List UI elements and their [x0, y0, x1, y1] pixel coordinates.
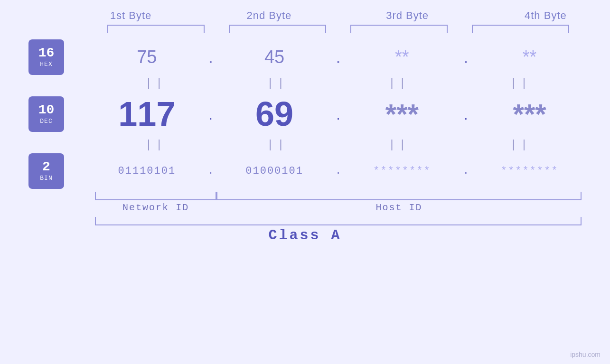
- bottom-section: Network ID Host ID Class A: [28, 192, 582, 243]
- bin-sep-1: .: [199, 165, 223, 177]
- equals-2: ||: [216, 76, 338, 90]
- dec-sep-1: .: [199, 111, 223, 117]
- bracket-cell-4: [460, 25, 582, 33]
- equals-row-1: || || || ||: [95, 76, 582, 90]
- hex-val-3: **: [350, 47, 454, 67]
- dec-val-2: 69: [223, 94, 327, 133]
- dec-badge-label: DEC: [40, 118, 52, 125]
- hex-sep-2: .: [327, 47, 350, 67]
- equals-1: ||: [95, 76, 216, 90]
- equals-6: ||: [216, 138, 338, 152]
- network-id-label: Network ID: [95, 202, 216, 213]
- bin-sep-2: .: [327, 165, 350, 177]
- byte-header-4: 4th Byte: [477, 9, 610, 22]
- host-bottom-bracket: [216, 192, 582, 200]
- hex-sep-3: .: [454, 47, 478, 67]
- bin-data-cols: 01110101 . 01000101 . ******** . *******…: [95, 165, 582, 177]
- dec-badge-number: 10: [38, 103, 55, 118]
- bin-badge-label: BIN: [40, 175, 52, 182]
- hex-badge: 16 HEX: [28, 39, 64, 75]
- hex-val-4: **: [478, 47, 582, 67]
- equals-4: ||: [460, 76, 582, 90]
- bracket-cell-1: [95, 25, 216, 33]
- bracket-cell-2: [216, 25, 338, 33]
- badge-col-hex: 16 HEX: [28, 39, 95, 75]
- bottom-labels: Network ID Host ID: [95, 202, 582, 213]
- dec-row: 10 DEC 117 . 69 . *** . ***: [28, 90, 582, 138]
- bracket-4: [472, 25, 569, 33]
- equals-3: ||: [338, 76, 460, 90]
- host-id-label: Host ID: [216, 202, 582, 213]
- top-bracket-row: [95, 25, 582, 33]
- hex-badge-label: HEX: [40, 61, 52, 68]
- equals-7: ||: [338, 138, 460, 152]
- byte-header-1: 1st Byte: [62, 9, 200, 22]
- equals-5: ||: [95, 138, 216, 152]
- bin-val-1: 01110101: [95, 165, 199, 177]
- main-container: 1st Byte 2nd Byte 3rd Byte 4th Byte 16 H…: [0, 0, 610, 364]
- hex-badge-number: 16: [38, 46, 55, 61]
- bracket-2: [229, 25, 326, 33]
- watermark: ipshu.com: [570, 351, 601, 358]
- bin-badge-number: 2: [42, 160, 50, 175]
- bin-sep-3: .: [454, 165, 478, 177]
- byte-headers: 1st Byte 2nd Byte 3rd Byte 4th Byte: [62, 9, 610, 22]
- badge-col-dec: 10 DEC: [28, 96, 95, 132]
- byte-header-2: 2nd Byte: [200, 9, 338, 22]
- dec-val-1: 117: [95, 94, 199, 133]
- hex-row: 16 HEX 75 . 45 . ** . **: [28, 38, 582, 76]
- bin-val-4: ********: [478, 165, 582, 177]
- dec-val-3: ***: [350, 98, 454, 131]
- dec-sep-2: .: [327, 111, 350, 117]
- hex-val-2: 45: [223, 47, 327, 67]
- bin-val-2: 01000101: [223, 165, 327, 177]
- class-label: Class A: [28, 227, 582, 243]
- equals-8: ||: [460, 138, 582, 152]
- dec-val-4: ***: [478, 98, 582, 131]
- badge-col-bin: 2 BIN: [28, 153, 95, 189]
- bracket-1: [107, 25, 205, 33]
- bin-badge: 2 BIN: [28, 153, 64, 189]
- bracket-3: [350, 25, 448, 33]
- bracket-cell-3: [338, 25, 460, 33]
- dec-data-cols: 117 . 69 . *** . ***: [95, 94, 582, 133]
- dec-sep-3: .: [454, 111, 478, 117]
- dec-badge: 10 DEC: [28, 96, 64, 132]
- hex-sep-1: .: [199, 47, 223, 67]
- hex-data-cols: 75 . 45 . ** . **: [95, 47, 582, 67]
- bin-val-3: ********: [350, 165, 454, 177]
- equals-row-2: || || || ||: [95, 138, 582, 152]
- long-bottom-bracket: [95, 217, 582, 225]
- bottom-split-brackets: [95, 192, 582, 200]
- bin-row: 2 BIN 01110101 . 01000101 . ******** .: [28, 152, 582, 190]
- network-bottom-bracket: [95, 192, 216, 200]
- hex-val-1: 75: [95, 47, 199, 67]
- byte-header-3: 3rd Byte: [338, 9, 477, 22]
